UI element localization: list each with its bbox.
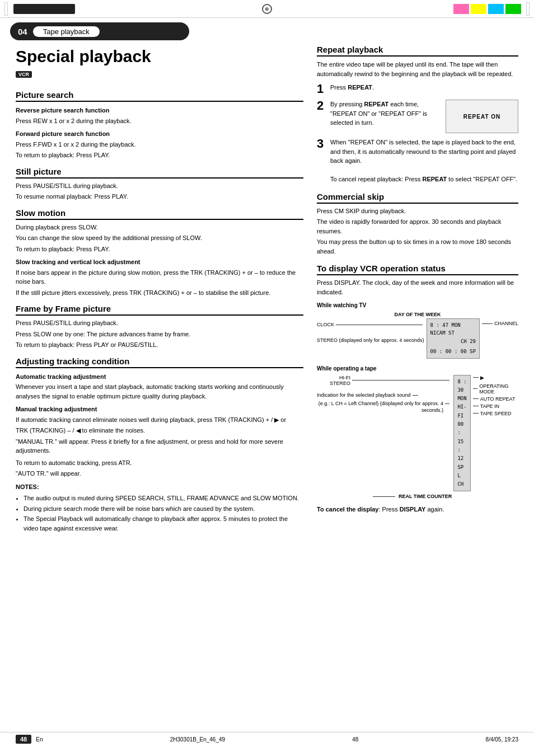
tape-diagram: HI-FISTEREO Indication for the selected … bbox=[317, 375, 518, 492]
tv-diagram: CLOCK STEREO (displayed only for approx.… bbox=[317, 318, 518, 359]
tv-ch-row: CH 29 bbox=[430, 337, 476, 345]
forward-sub: Forward picture search function bbox=[16, 129, 303, 139]
clock-label: CLOCK bbox=[317, 322, 334, 327]
manual-text5: "AUTO TR." will appear. bbox=[16, 469, 303, 478]
section-header: 04 Tape playback bbox=[10, 22, 189, 40]
page-footer: 48 En 2H30301B_En_46_49 48 8/4/05, 19:23 bbox=[0, 732, 534, 746]
operating-mode-row: OPERATING MODE bbox=[473, 383, 518, 395]
footer-page-num-center: 48 bbox=[352, 736, 358, 743]
tape-diagram-wrap: HI-FISTEREO Indication for the selected … bbox=[317, 375, 518, 500]
vcr-status-text: Press DISPLAY. The clock, day of the wee… bbox=[317, 278, 518, 297]
slow-text3: To return to playback: Press PLAY. bbox=[16, 245, 303, 254]
operating-mode-label: OPERATING MODE bbox=[479, 383, 518, 395]
tape-left-labels: HI-FISTEREO Indication for the selected … bbox=[317, 375, 451, 414]
step-2-content: By pressing REPEAT each time, "REPEAT ON… bbox=[330, 100, 518, 133]
auto-tracking-text: Whenever you insert a tape and start pla… bbox=[16, 382, 303, 401]
auto-repeat-label: AUTO REPEAT bbox=[480, 396, 516, 402]
hifi-label: HI-FISTEREO bbox=[330, 375, 350, 386]
manual-text1: If automatic tracking cannot eliminate n… bbox=[16, 415, 303, 425]
tv-line4: 00 : 00 : 00 SP bbox=[430, 348, 476, 355]
main-content: Special playback VCR Picture search Reve… bbox=[0, 45, 534, 534]
footer-date: 8/4/05, 19:23 bbox=[486, 736, 518, 743]
play-icon: ▶ bbox=[480, 375, 484, 381]
watching-tv-label: While watching TV bbox=[317, 301, 518, 309]
real-time-row: REAL TIME COUNTER bbox=[373, 494, 518, 499]
vcr-badge: VCR bbox=[16, 71, 32, 78]
page-title: Special playback bbox=[16, 47, 303, 66]
picture-search-section: Picture search Reverse picture search fu… bbox=[16, 90, 303, 160]
step-3: 3 When "REPEAT ON" is selected, the tape… bbox=[317, 138, 518, 184]
tracking-heading: Adjusting tracking condition bbox=[16, 356, 303, 368]
reverse-text: Press REW x 1 or x 2 during the playback… bbox=[16, 116, 303, 126]
tv-left-labels: CLOCK STEREO (displayed only for approx.… bbox=[317, 318, 424, 344]
frame-text1: Press PAUSE/STILL during playback. bbox=[16, 318, 303, 328]
still-picture-section: Still picture Press PAUSE/STILL during p… bbox=[16, 167, 303, 201]
frame-text2: Press SLOW one by one: The picture advan… bbox=[16, 330, 303, 339]
forward-text2: To return to playback: Press PLAY. bbox=[16, 151, 303, 160]
commercial-skip-heading: Commercial skip bbox=[317, 192, 518, 204]
footer-left: 48 En bbox=[16, 735, 43, 744]
step-2-text: By pressing REPEAT each time, "REPEAT ON… bbox=[330, 100, 438, 128]
footer-lang: En bbox=[36, 736, 43, 743]
manual-text4: To return to automatic tracking, press A… bbox=[16, 458, 303, 468]
left-column: Special playback VCR Picture search Reve… bbox=[16, 45, 303, 534]
manual-text3: "MANUAL TR." will appear. Press it brief… bbox=[16, 437, 303, 456]
repeat-intro: The entire video tape will be played unt… bbox=[317, 60, 518, 78]
manual-tracking-sub: Manual tracking adjustment bbox=[16, 405, 303, 414]
tv-line2: NICAM ST bbox=[430, 329, 476, 337]
tracking-text2: If the still picture jitters excessively… bbox=[16, 288, 303, 298]
day-of-week-label: DAY OF THE WEEK bbox=[317, 312, 518, 317]
tv-right-labels: CHANNEL bbox=[482, 318, 518, 330]
tv-ch: CH 29 bbox=[461, 337, 476, 345]
tape-in-label: TAPE IN bbox=[480, 403, 499, 409]
step-2: 2 By pressing REPEAT each time, "REPEAT … bbox=[317, 100, 518, 133]
vcr-status-heading: To display VCR operation status bbox=[317, 264, 518, 275]
repeat-on-box: REPEAT ON bbox=[446, 100, 518, 133]
section-title: Tape playback bbox=[33, 26, 100, 37]
channel-label: CHANNEL bbox=[494, 321, 518, 326]
auto-repeat-row: AUTO REPEAT bbox=[473, 396, 518, 402]
tape-screen-content: 8 : 30 MON HI-FI 00 : 15 : 12 SP L CH bbox=[457, 378, 466, 489]
tape-speed-label: TAPE SPEED bbox=[480, 411, 512, 416]
commercial-text3: You may press the button up to six times… bbox=[317, 237, 518, 256]
eg-row: (e.g.: L CH = Left Channel) (displayed o… bbox=[317, 401, 451, 414]
channel-label-row: CHANNEL bbox=[482, 321, 518, 326]
vcr-status-section: To display VCR operation status Press DI… bbox=[317, 264, 518, 514]
corner-mark-tr bbox=[526, 2, 530, 16]
note-3: The Special Playback will automatically … bbox=[24, 514, 303, 533]
note-2: During picture search mode there will be… bbox=[24, 504, 303, 514]
still-picture-heading: Still picture bbox=[16, 167, 303, 179]
play-icon-row: ▶ bbox=[473, 375, 518, 381]
color-yellow bbox=[471, 4, 486, 14]
still-text2: To resume normal playback: Press PLAY. bbox=[16, 192, 303, 201]
top-bar-center: ⊕ bbox=[181, 0, 353, 17]
note-1: The audio output is muted during SPEED S… bbox=[24, 494, 303, 503]
frame-heading: Frame by Frame picture bbox=[16, 304, 303, 316]
slow-text1: During playback press SLOW. bbox=[16, 223, 303, 232]
clock-label-row: CLOCK bbox=[317, 322, 424, 327]
notes-heading: NOTES: bbox=[16, 482, 303, 492]
corner-mark-tl bbox=[4, 2, 8, 16]
indication-row: Indication for the selected playback sou… bbox=[317, 392, 451, 399]
stereo-label: STEREO (displayed only for approx. 4 sec… bbox=[317, 337, 424, 344]
top-bar-right bbox=[353, 0, 534, 17]
tape-line2: HI-FI bbox=[457, 403, 466, 420]
repeat-heading: Repeat playback bbox=[317, 45, 518, 57]
tape-screen: 8 : 30 MON HI-FI 00 : 15 : 12 SP L CH bbox=[453, 375, 470, 492]
tv-diagram-wrap: DAY OF THE WEEK CLOCK STEREO (displayed … bbox=[317, 312, 518, 359]
commercial-text2: The video is rapidly forwarded for appro… bbox=[317, 217, 518, 236]
compass-icon: ⊕ bbox=[262, 4, 272, 14]
tape-right-labels: ▶ OPERATING MODE AUTO REPEAT TAPE I bbox=[473, 375, 518, 416]
eg-label: (e.g.: L CH = Left Channel) (displayed o… bbox=[318, 401, 443, 413]
tv-line1: 8 : 47 MON bbox=[430, 321, 476, 329]
tape-in-row: TAPE IN bbox=[473, 403, 518, 409]
step-1-text: Press REPEAT. bbox=[330, 83, 518, 95]
tracking-text1: If noise bars appear in the picture duri… bbox=[16, 268, 303, 287]
tape-line1: 8 : 30 MON bbox=[457, 378, 466, 403]
step-1-number: 1 bbox=[317, 83, 327, 95]
tv-screen: 8 : 47 MON NICAM ST CH 29 00 : 00 : 00 S… bbox=[427, 318, 480, 359]
forward-text1: Press F.FWD x 1 or x 2 during the playba… bbox=[16, 140, 303, 149]
reverse-sub: Reverse picture search function bbox=[16, 106, 303, 115]
color-cyan bbox=[488, 4, 504, 14]
top-bar-left bbox=[0, 0, 181, 17]
